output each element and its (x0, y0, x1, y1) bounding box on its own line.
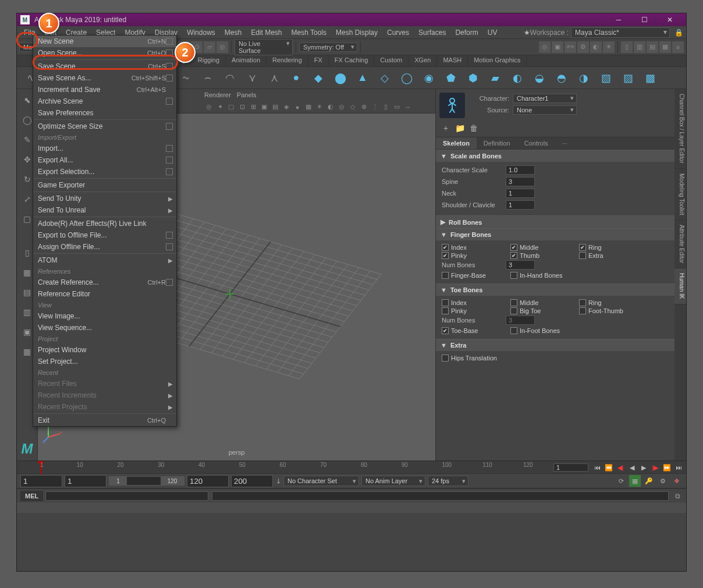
menu-surfaces[interactable]: Surfaces (414, 27, 450, 38)
source-select[interactable]: None (513, 105, 577, 115)
shading-wire-icon[interactable]: ◈ (282, 102, 291, 112)
2d-pan-icon[interactable]: ⊡ (237, 102, 247, 112)
fps-select[interactable]: 24 fps (428, 476, 468, 486)
menu-item-send-to-unreal[interactable]: Send To Unreal▶ (33, 204, 176, 216)
side-tab-channelbox[interactable]: Channel Box / Layer Editor (674, 89, 686, 169)
shelf-prim7-icon[interactable]: ◑ (574, 69, 593, 87)
extra-check-hips-translation[interactable]: Hips Translation (442, 355, 510, 362)
live-surface-select[interactable]: No Live Surface (235, 39, 293, 55)
menu-item-archive-scene[interactable]: Archive Scene (33, 95, 176, 107)
shelf-prim4-icon[interactable]: ◐ (508, 69, 527, 87)
finger-numbones-input[interactable]: 3 (506, 260, 535, 270)
section-scale-bones[interactable]: ▼Scale and Bones (436, 150, 674, 162)
menu-item-set-project[interactable]: Set Project... (33, 356, 176, 367)
toe-base-check-toe-base[interactable]: Toe-Base (442, 327, 510, 334)
option-box-icon[interactable] (166, 75, 173, 82)
grid-icon[interactable]: ⊞ (248, 102, 258, 112)
image-plane-icon[interactable]: ▢ (226, 102, 236, 112)
prefs-icon[interactable]: ⚙ (657, 475, 669, 487)
step-back-icon[interactable]: ◀| (615, 463, 626, 472)
bookmark-icon[interactable]: ✦ (215, 102, 225, 112)
option-box-icon[interactable] (166, 168, 173, 175)
render-frame-icon[interactable]: ▣ (552, 41, 563, 53)
panel-menu-renderer[interactable]: Renderer (204, 91, 231, 98)
maya-home-icon[interactable]: M (18, 440, 37, 458)
etc4-icon[interactable]: ↔ (403, 102, 413, 112)
etc3-icon[interactable]: ▭ (392, 102, 402, 112)
tab-more[interactable]: ··· (555, 137, 574, 149)
add-icon[interactable]: + (441, 123, 451, 133)
menu-item-assign-offline-file[interactable]: Assign Offline File... (33, 241, 176, 253)
light-editor-icon[interactable]: ☀ (603, 41, 615, 53)
shelf-tab-motion[interactable]: Motion Graphics (468, 55, 527, 66)
shelf-prim5-icon[interactable]: ◒ (530, 69, 549, 87)
section-extra[interactable]: ▼Extra (436, 339, 674, 351)
menu-item-create-reference[interactable]: Create Reference...Ctrl+R (33, 277, 176, 288)
option-box-icon[interactable] (166, 38, 173, 45)
shelf-disc-icon[interactable]: ◉ (420, 69, 438, 87)
finger-check-middle[interactable]: Middle (510, 244, 579, 251)
option-box-icon[interactable] (166, 98, 173, 105)
option-box-icon[interactable] (166, 157, 173, 164)
panel-layout-1-icon[interactable]: ▯ (621, 41, 633, 53)
finger-check-pinky[interactable]: Pinky (442, 252, 510, 259)
command-input[interactable] (45, 491, 208, 501)
minimize-button[interactable]: ─ (606, 13, 631, 26)
menu-meshdisplay[interactable]: Mesh Display (331, 27, 382, 38)
toe-check-foot-thumb[interactable]: Foot-Thumb (579, 307, 648, 314)
menu-item-reference-editor[interactable]: Reference Editor (33, 288, 176, 300)
shelf-curve12-icon[interactable]: ⋏ (265, 69, 283, 87)
range-slider-in[interactable]: 1 (109, 477, 127, 485)
shelf-curve10-icon[interactable]: ◠ (221, 69, 239, 87)
menu-item-save-preferences[interactable]: Save Preferences (33, 107, 176, 119)
symmetry-select[interactable]: Symmetry: Off (299, 42, 357, 52)
menu-item-import[interactable]: Import... (33, 143, 176, 154)
go-start-icon[interactable]: ⏮ (592, 463, 602, 472)
menu-windows[interactable]: Windows (182, 27, 220, 38)
toe-check-pinky[interactable]: Pinky (442, 307, 510, 314)
play-fwd-icon[interactable]: ▶ (638, 463, 649, 472)
shelf-tab-render[interactable]: Rendering (267, 55, 308, 66)
go-end-icon[interactable]: ⏭ (673, 463, 684, 472)
anim-layer-select[interactable]: No Anim Layer (361, 476, 425, 486)
shelf-tab-custom[interactable]: Custom (374, 55, 409, 66)
autokey-icon[interactable]: ▦ (629, 475, 641, 487)
ipr-icon[interactable]: IPR (564, 41, 576, 53)
spine-input[interactable]: 3 (506, 177, 535, 186)
menu-meshtools[interactable]: Mesh Tools (287, 27, 331, 38)
menu-item-atom[interactable]: ATOM▶ (33, 254, 176, 266)
shelf-prim2-icon[interactable]: ⬢ (464, 69, 482, 87)
play-back-icon[interactable]: ◀ (627, 463, 637, 472)
lock-icon[interactable]: 🔒 (673, 27, 684, 38)
menu-item-adobe-r-after-effects-r-live-link[interactable]: Adobe(R) After Effects(R) Live Link (33, 218, 176, 229)
shadows-icon[interactable]: ◐ (326, 102, 335, 112)
option-box-icon[interactable] (166, 232, 173, 239)
res-gate-icon[interactable]: ▤ (271, 102, 280, 112)
shelf-tab-fxcache[interactable]: FX Caching (329, 55, 374, 66)
menu-item-export-selection[interactable]: Export Selection... (33, 166, 176, 178)
snap-plane-icon[interactable]: ▱ (204, 41, 215, 53)
textured-icon[interactable]: ▦ (304, 102, 313, 112)
shading-smooth-icon[interactable]: ● (293, 102, 302, 112)
xray-icon[interactable]: ◇ (348, 102, 357, 112)
playback-start-input[interactable] (65, 475, 106, 487)
menu-mesh[interactable]: Mesh (220, 27, 246, 38)
option-box-icon[interactable] (166, 243, 173, 250)
step-fwd-icon[interactable]: |▶ (650, 463, 661, 472)
time-slider[interactable]: 1 ⏮ ⏪ ◀| ◀ ▶ |▶ ⏩ ⏭ 11020304050607080901… (17, 461, 686, 473)
option-box-icon[interactable] (166, 145, 173, 152)
prev-key-icon[interactable]: ⏪ (603, 463, 614, 472)
script-editor-icon[interactable]: ⧉ (672, 491, 683, 501)
toe-check-index[interactable]: Index (442, 299, 510, 306)
script-lang-button[interactable]: MEL (20, 491, 43, 501)
etc1-icon[interactable]: ⋮ (370, 102, 379, 112)
menu-uv[interactable]: UV (483, 27, 502, 38)
shelf-tab-rigging[interactable]: Rigging (192, 55, 226, 66)
anim-end-input[interactable] (231, 475, 273, 487)
toe-check-middle[interactable]: Middle (510, 299, 579, 306)
shelf-prim8-icon[interactable]: ▧ (597, 69, 615, 87)
shelf-cone-icon[interactable]: ▲ (353, 69, 372, 87)
finger-check-extra[interactable]: Extra (579, 252, 648, 259)
menu-editmesh[interactable]: Edit Mesh (246, 27, 286, 38)
tab-skeleton[interactable]: Skeleton (436, 137, 477, 149)
